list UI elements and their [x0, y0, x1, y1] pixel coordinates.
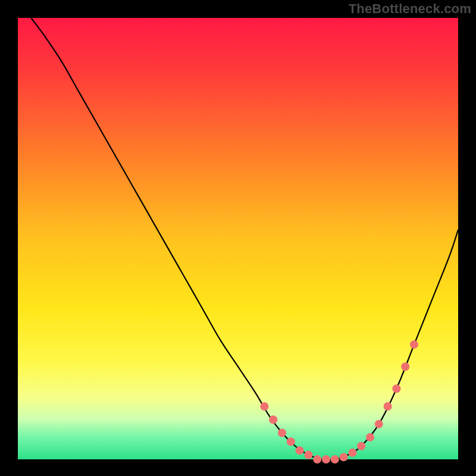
highlight-point	[322, 455, 330, 464]
highlight-point	[357, 442, 365, 450]
chart-frame: TheBottleneck.com	[0, 0, 476, 476]
highlight-point	[260, 402, 268, 411]
watermark-label: TheBottleneck.com	[349, 1, 471, 17]
highlight-point	[331, 455, 339, 464]
highlight-point	[384, 402, 392, 411]
highlight-point	[392, 384, 400, 393]
highlight-point	[296, 446, 304, 455]
highlight-point	[278, 428, 286, 437]
highlight-point	[366, 433, 374, 441]
bottleneck-chart	[0, 0, 476, 476]
plot-background	[18, 18, 458, 459]
highlight-point	[401, 362, 409, 371]
highlight-point	[410, 340, 418, 349]
highlight-point	[269, 415, 277, 424]
highlight-point	[348, 449, 356, 457]
highlight-point	[313, 455, 321, 464]
highlight-point	[340, 453, 348, 461]
highlight-point	[287, 437, 295, 446]
highlight-point	[375, 420, 383, 428]
highlight-point	[304, 451, 312, 459]
